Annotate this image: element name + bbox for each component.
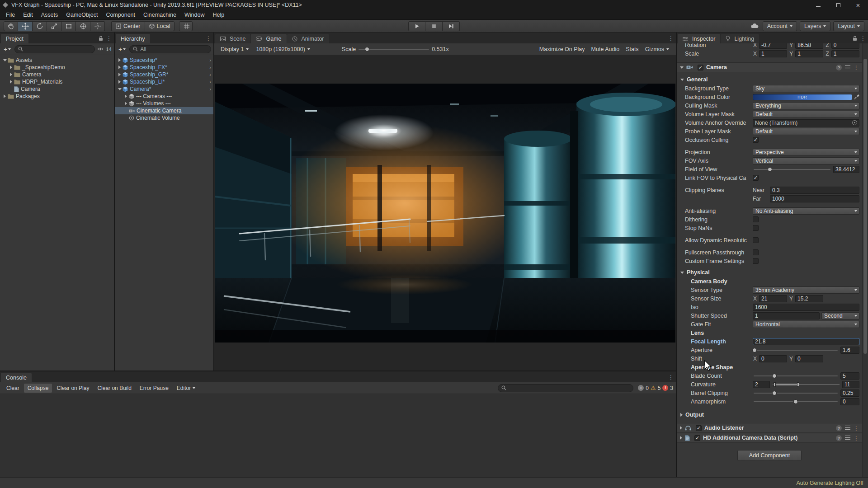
open-prefab-arrow-icon[interactable]: › — [209, 65, 211, 70]
project-item-spaceshipdemo[interactable]: _SpaceshipDemo — [0, 64, 114, 71]
0-field[interactable]: 0 — [759, 355, 787, 362]
object-picker-icon[interactable] — [852, 120, 857, 125]
restore-button[interactable] — [828, 0, 848, 10]
component-enabled-checkbox[interactable] — [696, 425, 702, 431]
tree-arrow-icon[interactable] — [117, 88, 123, 90]
hierarchy-item-cameras[interactable]: --- Cameras --- — [115, 93, 213, 100]
slider-knob[interactable] — [793, 399, 798, 404]
project-item-hdrp-materials[interactable]: HDRP_Materials — [0, 78, 114, 85]
default-dropdown[interactable]: Default — [753, 128, 859, 135]
layout-dropdown[interactable]: Layout — [833, 21, 864, 31]
link-fov-to-physical-ca-checkbox[interactable] — [753, 175, 759, 181]
stop-nans-checkbox[interactable] — [753, 225, 759, 231]
inspector-scrollbar[interactable] — [862, 43, 868, 477]
project-item-assets[interactable]: Assets — [0, 56, 114, 64]
menu-file[interactable]: File — [2, 10, 19, 19]
resolution-dropdown[interactable]: 1080p (868x488) — [253, 46, 312, 52]
rotation-x-field[interactable]: -0.7 — [759, 43, 787, 49]
account-dropdown[interactable]: Account — [763, 21, 797, 31]
tab-project[interactable]: Project — [1, 34, 28, 43]
max-handle[interactable] — [797, 382, 799, 387]
camera-component-header[interactable]: Camera — [677, 62, 862, 72]
tree-arrow-icon[interactable] — [2, 94, 8, 98]
slider-knob[interactable] — [365, 47, 369, 52]
vertical-dropdown[interactable]: Vertical — [753, 157, 859, 164]
slider[interactable] — [753, 389, 839, 397]
menu-kebab-icon[interactable] — [668, 374, 674, 380]
grid-snap-button[interactable] — [179, 21, 193, 31]
project-item-camera[interactable]: Camera — [0, 71, 114, 78]
minmax-slider[interactable] — [772, 381, 840, 388]
hidden-packages-eye-icon[interactable] — [97, 47, 104, 51]
min-handle[interactable] — [774, 382, 776, 387]
perspective-dropdown[interactable]: Perspective — [753, 149, 859, 156]
scale-y-field[interactable]: 1 — [795, 50, 823, 57]
everything-dropdown[interactable]: Everything — [753, 102, 859, 109]
rect-tool[interactable] — [61, 21, 76, 31]
tab-lighting[interactable]: Lighting — [721, 34, 759, 43]
lock-icon[interactable] — [99, 36, 103, 41]
open-prefab-arrow-icon[interactable]: › — [209, 86, 211, 92]
create-asset-button[interactable]: + — [2, 46, 12, 53]
menu-help[interactable]: Help — [208, 10, 228, 19]
eyedropper-icon[interactable] — [854, 94, 859, 100]
1-6-field[interactable]: 1.6 — [840, 347, 859, 354]
occlusion-culling-checkbox[interactable] — [753, 137, 759, 143]
0-field[interactable]: 0 — [840, 398, 859, 405]
hierarchy-item-spaceship-fx[interactable]: Spaceship_FX*› — [115, 64, 213, 71]
info-icon[interactable] — [638, 385, 644, 391]
horizontal-dropdown[interactable]: Horizontal — [753, 321, 859, 328]
help-icon[interactable] — [836, 425, 842, 431]
1600-field[interactable]: 1600 — [753, 304, 859, 311]
0-25-field[interactable]: 0.25 — [840, 389, 859, 397]
menu-kebab-icon[interactable] — [854, 425, 859, 432]
open-prefab-arrow-icon[interactable]: › — [209, 57, 211, 63]
dithering-checkbox[interactable] — [753, 216, 759, 222]
21-8-field[interactable]: 21.8 — [753, 338, 859, 345]
transform-tool[interactable] — [76, 21, 90, 31]
component-enabled-checkbox[interactable] — [694, 435, 700, 441]
menu-kebab-icon[interactable] — [206, 35, 211, 42]
slider-knob[interactable] — [752, 348, 757, 352]
stats-toggle[interactable]: Stats — [623, 46, 642, 52]
section-general[interactable]: General — [677, 75, 862, 84]
error-pause-toggle[interactable]: Error Pause — [136, 384, 172, 393]
minimize-button[interactable] — [808, 0, 828, 10]
open-prefab-arrow-icon[interactable]: › — [209, 79, 211, 84]
gizmos-dropdown[interactable]: Gizmos — [642, 46, 672, 52]
scale-z-field[interactable]: 1 — [831, 50, 859, 57]
section-physical[interactable]: Physical — [677, 268, 862, 277]
11-field[interactable]: 11 — [842, 381, 859, 388]
1000-field[interactable]: 1000 — [770, 195, 859, 202]
slider[interactable] — [753, 372, 839, 380]
section-output[interactable]: Output — [677, 410, 862, 419]
pivot-button[interactable]: Center — [111, 21, 145, 31]
scale-x-field[interactable]: 1 — [759, 50, 787, 57]
slider[interactable] — [753, 347, 839, 354]
audio-listener-component-header[interactable]: Audio Listener — [677, 423, 862, 433]
create-object-button[interactable]: + — [117, 46, 127, 53]
hierarchy-item-volumes[interactable]: --- Volumes --- — [115, 100, 213, 107]
project-item-camera[interactable]: Camera — [0, 85, 114, 93]
hierarchy-search-input[interactable]: All — [129, 45, 211, 53]
sky-dropdown[interactable]: Sky — [753, 85, 859, 92]
play-button[interactable] — [408, 21, 425, 31]
rotate-tool[interactable] — [33, 21, 47, 31]
hand-tool[interactable] — [4, 21, 18, 31]
tree-arrow-icon[interactable] — [117, 58, 123, 62]
collapse-toggle[interactable]: Collapse — [24, 384, 52, 393]
foldout-arrow-icon[interactable] — [680, 66, 684, 69]
clear-on-build-toggle[interactable]: Clear on Build — [94, 384, 135, 393]
slider[interactable] — [753, 398, 839, 405]
project-search-input[interactable] — [14, 45, 95, 53]
tree-arrow-icon[interactable] — [8, 66, 14, 69]
hierarchy-item-cinematic-volume[interactable]: Cinematic Volume — [115, 114, 213, 122]
console-search-input[interactable] — [498, 384, 633, 392]
15-2-field[interactable]: 15.2 — [795, 295, 823, 302]
presets-icon[interactable] — [845, 65, 850, 70]
tab-game[interactable]: Game — [251, 34, 286, 43]
tree-arrow-icon[interactable] — [2, 59, 8, 61]
none-transform-object-field[interactable]: None (Transform) — [753, 119, 859, 127]
scale-slider[interactable] — [358, 46, 430, 53]
presets-icon[interactable] — [845, 436, 850, 440]
